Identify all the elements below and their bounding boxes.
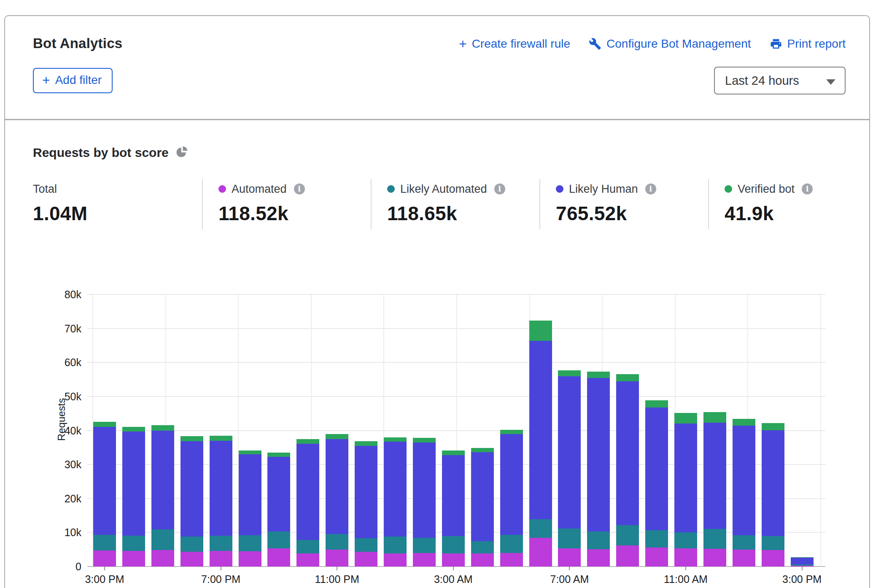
bar-segment-likely-automated[interactable]: [181, 537, 203, 552]
bar-600am[interactable]: [529, 321, 552, 566]
bar-segment-likely-human[interactable]: [674, 423, 697, 532]
bar-segment-verified-bot[interactable]: [355, 441, 377, 445]
bar-segment-verified-bot[interactable]: [93, 422, 116, 427]
bar-segment-likely-human[interactable]: [762, 430, 784, 537]
bar-segment-automated[interactable]: [384, 553, 407, 566]
bar-100am[interactable]: [384, 437, 407, 566]
bar-segment-likely-automated[interactable]: [587, 531, 610, 549]
bar-segment-verified-bot[interactable]: [413, 438, 436, 442]
bar-segment-likely-human[interactable]: [355, 446, 377, 538]
bar-segment-likely-human[interactable]: [122, 432, 145, 536]
bar-segment-likely-automated[interactable]: [93, 535, 116, 550]
bar-segment-verified-bot[interactable]: [151, 425, 174, 431]
bar-segment-likely-automated[interactable]: [529, 519, 552, 538]
bar-segment-likely-automated[interactable]: [239, 535, 261, 551]
bar-segment-likely-automated[interactable]: [267, 531, 290, 548]
bar-segment-verified-bot[interactable]: [326, 434, 348, 439]
bar-segment-automated[interactable]: [181, 552, 203, 566]
bar-1200am[interactable]: [355, 441, 377, 566]
bar-1100am[interactable]: [674, 413, 697, 566]
bar-segment-likely-automated[interactable]: [733, 535, 755, 550]
bar-segment-likely-automated[interactable]: [122, 536, 145, 551]
bar-segment-automated[interactable]: [645, 548, 668, 566]
create-firewall-rule-link[interactable]: + Create firewall rule: [459, 37, 570, 51]
bar-segment-likely-automated[interactable]: [355, 538, 377, 551]
bar-segment-automated[interactable]: [500, 553, 523, 566]
bar-segment-verified-bot[interactable]: [296, 439, 319, 444]
bar-segment-likely-human[interactable]: [181, 441, 203, 537]
bar-segment-automated[interactable]: [558, 548, 581, 566]
bar-segment-likely-automated[interactable]: [384, 537, 407, 553]
bar-700am[interactable]: [558, 370, 581, 566]
bar-segment-automated[interactable]: [703, 549, 726, 566]
add-filter-button[interactable]: + Add filter: [33, 68, 113, 93]
bar-1000pm[interactable]: [296, 439, 319, 566]
bar-segment-likely-automated[interactable]: [210, 536, 232, 551]
bar-800am[interactable]: [587, 372, 610, 566]
bar-1200pm[interactable]: [703, 412, 726, 566]
bar-segment-likely-human[interactable]: [587, 378, 610, 531]
bar-segment-likely-automated[interactable]: [442, 536, 465, 553]
bar-segment-likely-human[interactable]: [296, 444, 319, 540]
bar-segment-likely-human[interactable]: [413, 442, 436, 538]
bar-segment-verified-bot[interactable]: [471, 448, 494, 452]
bar-500am[interactable]: [500, 430, 523, 566]
bar-segment-automated[interactable]: [733, 550, 755, 566]
bar-segment-automated[interactable]: [413, 553, 436, 566]
bar-segment-likely-automated[interactable]: [326, 534, 348, 549]
bar-segment-likely-automated[interactable]: [471, 541, 494, 554]
bar-segment-likely-automated[interactable]: [500, 535, 523, 553]
bar-300pm[interactable]: [93, 422, 116, 566]
bar-segment-automated[interactable]: [93, 550, 116, 566]
bar-segment-automated[interactable]: [355, 552, 377, 566]
bar-segment-likely-human[interactable]: [326, 439, 348, 534]
bar-segment-verified-bot[interactable]: [558, 370, 581, 377]
bar-segment-likely-automated[interactable]: [674, 532, 697, 548]
bar-segment-verified-bot[interactable]: [500, 430, 523, 434]
bar-segment-verified-bot[interactable]: [674, 413, 697, 424]
bar-segment-likely-human[interactable]: [616, 381, 639, 526]
time-range-select[interactable]: Last 24 hours: [714, 67, 846, 94]
bar-segment-automated[interactable]: [674, 548, 697, 566]
bar-segment-likely-human[interactable]: [645, 407, 668, 530]
bar-segment-likely-human[interactable]: [239, 454, 261, 535]
bar-segment-verified-bot[interactable]: [733, 419, 755, 426]
bar-600pm[interactable]: [181, 436, 203, 566]
bar-100pm[interactable]: [733, 419, 755, 566]
bar-segment-verified-bot[interactable]: [267, 453, 290, 457]
bar-segment-likely-human[interactable]: [151, 431, 174, 530]
bar-segment-likely-human[interactable]: [442, 455, 465, 537]
bar-segment-likely-automated[interactable]: [151, 529, 174, 550]
info-icon[interactable]: i: [802, 183, 813, 194]
bar-900am[interactable]: [616, 374, 639, 566]
bar-segment-verified-bot[interactable]: [529, 321, 552, 341]
bar-segment-automated[interactable]: [326, 550, 348, 566]
bar-segment-likely-automated[interactable]: [558, 529, 581, 549]
bar-segment-likely-human[interactable]: [210, 441, 232, 536]
bar-segment-verified-bot[interactable]: [239, 450, 261, 454]
bar-segment-verified-bot[interactable]: [587, 372, 610, 378]
bar-segment-likely-human[interactable]: [267, 457, 290, 531]
bar-300am[interactable]: [442, 450, 465, 566]
bar-segment-likely-human[interactable]: [703, 423, 726, 529]
bar-segment-verified-bot[interactable]: [442, 450, 465, 455]
bar-500pm[interactable]: [151, 425, 174, 566]
bar-200pm[interactable]: [762, 423, 784, 566]
bar-segment-automated[interactable]: [122, 551, 145, 566]
info-icon[interactable]: i: [294, 183, 305, 194]
info-icon[interactable]: i: [645, 183, 656, 194]
bar-segment-automated[interactable]: [151, 550, 174, 567]
print-report-link[interactable]: Print report: [770, 37, 846, 51]
bar-segment-likely-human[interactable]: [384, 442, 407, 537]
configure-bot-management-link[interactable]: Configure Bot Management: [589, 37, 751, 51]
bar-segment-automated[interactable]: [587, 549, 610, 566]
bar-segment-automated[interactable]: [296, 553, 319, 566]
bar-segment-likely-automated[interactable]: [762, 536, 784, 550]
bar-segment-automated[interactable]: [762, 550, 784, 566]
bar-segment-automated[interactable]: [210, 551, 232, 566]
bar-segment-likely-automated[interactable]: [645, 530, 668, 548]
bar-700pm[interactable]: [210, 436, 232, 566]
bar-segment-verified-bot[interactable]: [181, 436, 203, 441]
bar-1100pm[interactable]: [326, 434, 348, 566]
bar-segment-verified-bot[interactable]: [384, 437, 407, 442]
